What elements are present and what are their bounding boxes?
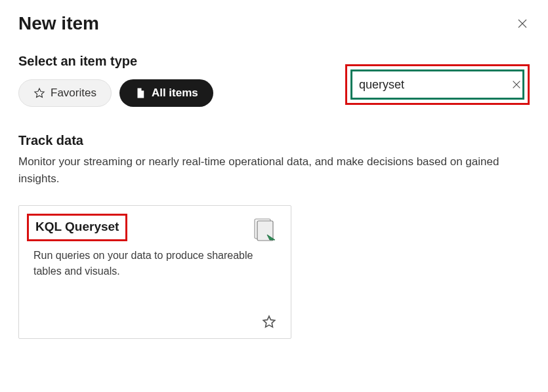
dialog-header: New item [18, 13, 530, 34]
card-footer [33, 315, 276, 329]
card-title: KQL Queryset [35, 220, 119, 234]
close-icon [516, 18, 528, 29]
favorites-pill[interactable]: Favorites [18, 79, 112, 107]
clear-search-button[interactable] [511, 78, 522, 91]
star-outline-icon [262, 315, 276, 329]
category-description: Monitor your streaming or nearly real-ti… [18, 153, 517, 187]
category-title: Track data [18, 133, 530, 148]
card-title-highlight: KQL Queryset [27, 214, 127, 241]
all-items-label: All items [152, 87, 198, 100]
queryset-icon [253, 218, 276, 241]
search-highlight-box [345, 64, 530, 105]
close-button[interactable] [515, 16, 530, 31]
star-icon [33, 87, 45, 99]
pill-row: Favorites All items [18, 79, 213, 107]
search-container [350, 69, 524, 100]
file-icon [135, 87, 146, 99]
page-title: New item [18, 13, 99, 34]
favorites-label: Favorites [51, 87, 96, 100]
section-label: Select an item type [18, 54, 213, 69]
filter-row: Select an item type Favorites All items [18, 54, 530, 107]
x-icon [511, 79, 522, 90]
card-header: KQL Queryset [33, 218, 276, 241]
card-description: Run queries on your data to produce shar… [33, 248, 276, 279]
all-items-pill[interactable]: All items [119, 79, 213, 107]
item-card-kql-queryset[interactable]: KQL Queryset Run queries on your data to… [18, 205, 291, 339]
favorite-toggle[interactable] [262, 315, 276, 329]
search-input[interactable] [359, 78, 511, 92]
